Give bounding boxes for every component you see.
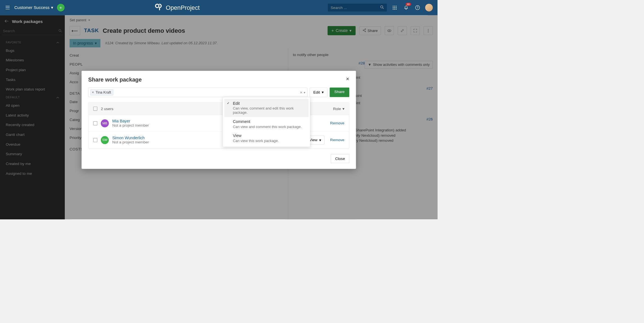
caret-down-icon: ▾ [319, 138, 321, 142]
modal-close-icon[interactable]: ✕ [346, 76, 349, 82]
clear-icon[interactable]: ✕ [300, 90, 302, 94]
plus-icon: + [59, 5, 62, 10]
svg-point-0 [155, 4, 159, 8]
hamburger-icon[interactable] [5, 5, 10, 10]
openproject-logo-icon [154, 2, 164, 13]
svg-rect-6 [394, 7, 395, 8]
notification-badge: 69 [406, 3, 411, 6]
notifications-icon[interactable]: 69 [402, 4, 410, 11]
caret-down-icon: ▾ [342, 106, 344, 111]
user-avatar[interactable] [425, 4, 433, 11]
select-all-checkbox[interactable] [93, 106, 97, 111]
users-count: 2 users [101, 106, 113, 111]
caret-down-icon: ▾ [51, 5, 53, 10]
user-name[interactable]: Simon Wunderlich [112, 136, 149, 140]
svg-rect-9 [394, 9, 395, 10]
modal-title: Share work package [88, 76, 349, 83]
user-checkbox[interactable] [93, 138, 97, 142]
user-avatar: MB [101, 119, 109, 127]
search-placeholder: Search ... [331, 5, 380, 10]
user-checkbox[interactable] [93, 121, 97, 125]
add-button[interactable]: + [57, 4, 65, 11]
svg-text:?: ? [417, 6, 418, 9]
modal-overlay: Share work package ✕ ✕ Tina Kraft ✕ ▾ Ed… [0, 15, 438, 219]
share-submit-button[interactable]: Share [330, 88, 349, 97]
apps-icon[interactable] [391, 4, 398, 11]
topbar: Customer Success ▾ + OpenProject Search … [0, 0, 438, 15]
svg-rect-7 [396, 7, 397, 8]
global-search[interactable]: Search ... [328, 3, 387, 12]
share-user-input[interactable]: ✕ Tina Kraft ✕ ▾ [88, 88, 307, 97]
project-selector[interactable]: Customer Success ▾ [14, 5, 53, 10]
check-icon: ✓ [227, 101, 229, 105]
role-filter[interactable]: Role ▾ [333, 106, 344, 111]
close-button[interactable]: Close [331, 154, 349, 163]
user-token: ✕ Tina Kraft [90, 89, 113, 96]
svg-rect-8 [393, 9, 394, 10]
user-subtitle: Not a project member [112, 140, 149, 145]
logo[interactable]: OpenProject [154, 2, 200, 13]
share-modal: Share work package ✕ ✕ Tina Kraft ✕ ▾ Ed… [82, 71, 356, 169]
remove-link[interactable]: Remove [330, 121, 344, 126]
project-name: Customer Success [14, 5, 49, 10]
caret-down-icon[interactable]: ▾ [304, 90, 305, 94]
user-name[interactable]: Mia Bayer [112, 119, 149, 123]
svg-point-1 [381, 6, 383, 8]
permission-option[interactable]: CommentCan view and comment this work pa… [224, 117, 309, 131]
user-avatar: SW [101, 136, 109, 144]
permission-dropdown[interactable]: Edit ▾ [310, 88, 327, 97]
token-remove-icon[interactable]: ✕ [92, 91, 94, 94]
permission-option[interactable]: ✓EditCan view, comment and edit this wor… [224, 99, 309, 117]
remove-link[interactable]: Remove [330, 138, 344, 142]
logo-text: OpenProject [166, 4, 200, 11]
svg-rect-4 [396, 6, 397, 6]
svg-rect-3 [394, 6, 395, 6]
search-icon [380, 5, 384, 10]
help-icon[interactable]: ? [414, 4, 421, 11]
svg-rect-5 [393, 7, 394, 8]
permission-option[interactable]: ViewCan view this work package. [224, 131, 309, 145]
svg-rect-2 [393, 6, 394, 6]
svg-rect-10 [396, 9, 397, 10]
user-subtitle: Not a project member [112, 123, 149, 128]
permission-menu: ✓EditCan view, comment and edit this wor… [223, 97, 311, 147]
caret-down-icon: ▾ [322, 90, 324, 94]
